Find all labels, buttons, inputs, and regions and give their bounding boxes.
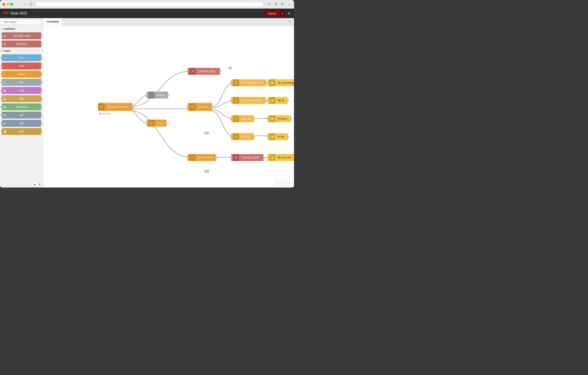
sidebar-item-catch[interactable]: ! catch: [2, 62, 41, 69]
udp-icon: ◈: [3, 122, 6, 125]
node-no-tip[interactable]: ◉ No tip: [267, 133, 288, 140]
node-included[interactable]: ◉ Included: [267, 115, 291, 122]
node-tip-percentage[interactable]: ◉ Tip, percentage: [267, 79, 294, 86]
share-button[interactable]: ⬆: [273, 2, 278, 7]
new-tab-button[interactable]: +: [286, 2, 291, 7]
app-name: Node-RED: [10, 11, 27, 15]
zero1-output-port: [253, 118, 255, 120]
scroll-up-button[interactable]: ▲: [32, 182, 37, 187]
zoom-out-button[interactable]: −: [275, 181, 280, 186]
http-icon: ◉: [3, 97, 6, 101]
node-zero-tip-2[interactable]: ƒ Zero tip: [231, 133, 254, 140]
websocket-icon: ◉: [3, 105, 6, 109]
check-icon-bg: ⇄: [189, 154, 195, 161]
sidebar-item-serial[interactable]: ▦ serial: [2, 128, 41, 135]
address-bar[interactable]: [35, 2, 263, 7]
sidebar: ▾ subflows ⊞ Calculate totals ⊞ Subflow …: [0, 18, 43, 187]
node-tip-dollar[interactable]: ◉ Tip, $: [267, 97, 288, 104]
node-zero-tip-1[interactable]: ƒ Zero tip: [231, 115, 254, 122]
add-tab-button[interactable]: +: [286, 18, 294, 26]
tip-pct-label: Tip, percentage: [275, 80, 294, 86]
node-parse-tip[interactable]: ⇄ Parse tip: [188, 103, 212, 111]
node-telegram-receiver[interactable]: ⇄ Telegram Receiver connected: [98, 103, 133, 111]
serial-label: serial: [18, 130, 25, 133]
node-debug[interactable]: 🐛 Debug: [147, 91, 168, 99]
minimize-button[interactable]: [7, 3, 9, 6]
node-red-logo-icon: [3, 11, 9, 16]
sidebar-item-websocket[interactable]: ◉ websocket: [2, 103, 41, 110]
tab-view-button[interactable]: ⧉: [280, 2, 285, 7]
comment-pct-icon: ƒ: [235, 81, 237, 84]
deploy-dropdown-button[interactable]: ▾: [280, 11, 285, 16]
no-tip-label: No tip: [275, 134, 286, 140]
node-calculate-totals-2[interactable]: ⊞ Calculate totals: [231, 154, 263, 161]
menu-button[interactable]: ≡: [287, 10, 291, 17]
port-left: [1, 114, 3, 116]
zero2-input-port: [230, 136, 232, 138]
tcp-label: tcp: [20, 114, 23, 117]
sidebar-item-inject[interactable]: → inject: [2, 54, 41, 61]
sidebar-item-mqtt[interactable]: ◉ mqtt: [2, 87, 41, 94]
reload-button[interactable]: ↻: [267, 2, 272, 7]
calc2-output-port: [263, 157, 265, 159]
zero2-icon-bg: ƒ: [233, 133, 239, 140]
forward-button[interactable]: ›: [22, 2, 28, 7]
back-button[interactable]: ‹: [16, 2, 21, 7]
calc1-extra-port: [229, 66, 232, 69]
ok-label: Ok, you ate!: [275, 155, 294, 160]
node-the-check-is[interactable]: ⇄ The check is: [188, 154, 216, 161]
telegram-receiver-connected-text: connected: [101, 112, 110, 115]
node-comment-tip-pct[interactable]: ƒ Comment on tip %: [231, 79, 266, 86]
calc2-icon-bg: ⊞: [233, 154, 239, 161]
subflows-section-header[interactable]: ▾ subflows: [0, 26, 43, 32]
canvas-area: CheckBot +: [43, 18, 294, 187]
sidebar-item-subflow1[interactable]: ⊞ Subflow 1: [2, 41, 41, 47]
comment-dollar-label: Comment on tip $: [239, 98, 264, 103]
debug-label: Debug: [154, 92, 166, 98]
node-calculate-totals-1[interactable]: ⊞ Calculate totals: [188, 68, 220, 75]
sidebar-item-http[interactable]: ◉ http: [2, 95, 41, 102]
flow-canvas[interactable]: ⇄ Telegram Receiver connected 🐛 Debug: [43, 26, 294, 187]
node-topic[interactable]: ⇄ Topic: [147, 120, 167, 127]
calculate-totals-label: Calculate totals: [12, 34, 30, 37]
comment-dollar-input-port: [230, 100, 232, 101]
maximize-button[interactable]: [10, 3, 13, 6]
sidebar-item-calculate-totals[interactable]: ⊞ Calculate totals: [2, 32, 41, 39]
parse-tip-output-port: [211, 106, 213, 108]
port-right: [40, 81, 42, 83]
input-label: input: [4, 49, 10, 52]
tab-checkbot[interactable]: CheckBot: [43, 18, 62, 26]
sidebar-item-udp[interactable]: ◈ udp: [2, 120, 41, 127]
mqtt-label: mqtt: [19, 89, 24, 92]
port-right: [40, 43, 42, 45]
tip-pct-icon-bg: ◉: [269, 79, 275, 86]
deploy-button[interactable]: Deploy: [265, 11, 279, 16]
input-section-header[interactable]: ▾ input: [0, 48, 43, 54]
sidebar-item-status[interactable]: ! status: [2, 71, 41, 78]
calc2-icon: ⊞: [235, 156, 237, 159]
topic-icon: ⇄: [150, 122, 153, 125]
node-comment-tip-dollar[interactable]: ƒ Comment on tip $: [231, 97, 265, 104]
reading-list-button[interactable]: ⊡: [29, 2, 34, 7]
sidebar-item-link[interactable]: ⇄ link: [2, 79, 41, 86]
scroll-down-button[interactable]: ▼: [37, 182, 42, 187]
node-ok-you-ate[interactable]: ◉ Ok, you ate!: [267, 154, 294, 161]
link-icon: ⇄: [3, 81, 6, 84]
subflows-label: subflows: [4, 27, 15, 30]
zoom-in-button[interactable]: +: [287, 181, 292, 186]
zero2-label: Zero tip: [239, 134, 252, 140]
no-tip-output-port: [287, 136, 289, 138]
zoom-reset-button[interactable]: ○: [281, 181, 286, 186]
tab-bar: CheckBot +: [43, 18, 294, 26]
port-left: [1, 131, 3, 132]
close-button[interactable]: [3, 3, 5, 6]
filter-nodes-input[interactable]: [2, 20, 41, 25]
sidebar-item-tcp[interactable]: ◈ tcp: [2, 112, 41, 119]
port-left: [1, 122, 3, 124]
telegram-receiver-icon-bg: ⇄: [98, 103, 105, 111]
mqtt-icon: ◉: [3, 89, 6, 92]
catch-label: catch: [18, 64, 25, 67]
inject-icon: →: [3, 56, 6, 60]
telegram-receiver-label: Telegram Receiver: [105, 104, 131, 110]
telegram-receiver-output-port: [132, 106, 134, 108]
